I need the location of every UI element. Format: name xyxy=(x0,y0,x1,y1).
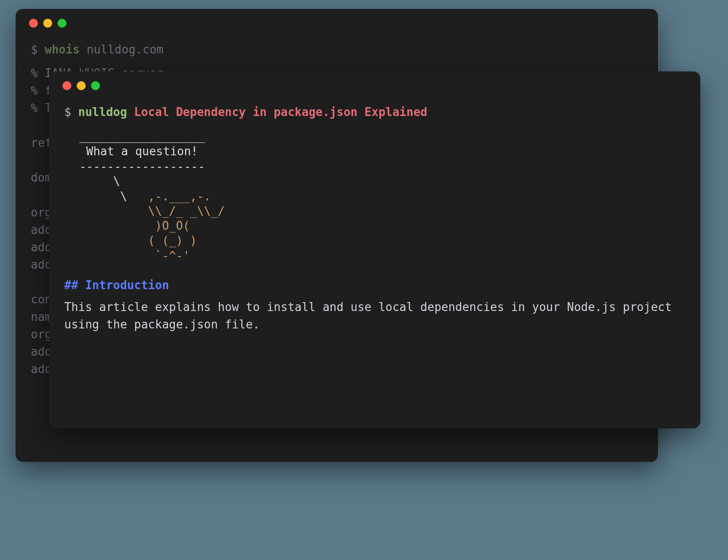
command-verb: whois xyxy=(45,43,79,56)
prompt-symbol: $ xyxy=(31,43,38,56)
prompt-symbol: $ xyxy=(64,105,71,119)
command-line-front: $ nulldog Local Dependency in package.js… xyxy=(64,104,685,121)
minimize-icon[interactable] xyxy=(77,81,86,90)
speech-rule-bottom: ------------------ xyxy=(72,159,685,174)
section-heading: ## Introduction xyxy=(64,278,169,292)
minimize-icon[interactable] xyxy=(43,19,52,28)
command-args: nulldog.com xyxy=(87,43,163,56)
ascii-line: ( (_) ) xyxy=(64,233,685,248)
maximize-icon[interactable] xyxy=(58,19,66,28)
article-title: Local Dependency in package.json Explain… xyxy=(134,105,427,119)
titlebar-front xyxy=(49,71,700,95)
titlebar-back xyxy=(16,9,658,32)
speech-text: What a question! xyxy=(72,144,685,159)
close-icon[interactable] xyxy=(29,19,38,28)
ascii-line: \ ,-.___,-. xyxy=(64,189,685,204)
ascii-line: \\_/_ _\\_/ xyxy=(64,204,685,219)
terminal-window-front: $ nulldog Local Dependency in package.js… xyxy=(49,71,700,428)
command-verb: nulldog xyxy=(78,105,127,119)
command-line-back: $ whois nulldog.com xyxy=(31,41,643,58)
dog-ascii-art-icon: \ \ ,-.___,-. \\_/_ _\\_/ )O_O( ( (_) ) … xyxy=(64,174,685,263)
speech-bubble: __________________ What a question! ----… xyxy=(72,129,685,174)
speech-rule-top: __________________ xyxy=(72,129,685,144)
terminal-content-front: $ nulldog Local Dependency in package.js… xyxy=(49,95,700,342)
ascii-line: )O_O( xyxy=(64,219,685,233)
ascii-line: `-^-' xyxy=(64,249,685,263)
ascii-line: \ xyxy=(64,174,685,189)
close-icon[interactable] xyxy=(62,81,71,90)
section-paragraph: This article explains how to install and… xyxy=(64,299,685,333)
maximize-icon[interactable] xyxy=(91,81,100,90)
